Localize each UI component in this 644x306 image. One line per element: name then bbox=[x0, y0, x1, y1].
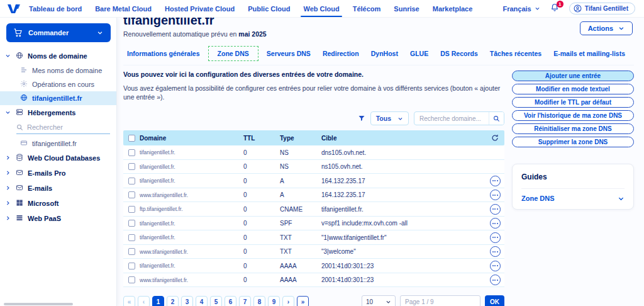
table-row: www.tifanigentillet.fr. 0 AAAA 2001:41d0… bbox=[123, 273, 504, 288]
cell-ttl: 0 bbox=[243, 191, 280, 198]
page-number-button[interactable]: 2 bbox=[167, 296, 179, 306]
row-actions-menu-button[interactable] bbox=[490, 261, 501, 271]
user-account-button[interactable]: Tifani Gentillet bbox=[569, 3, 635, 14]
zone-action-button[interactable]: Ajouter une entrée bbox=[512, 71, 634, 81]
ok-button[interactable]: OK bbox=[485, 295, 504, 306]
sidebar-section[interactable]: E-mails bbox=[0, 181, 116, 196]
actions-button-label: Actions bbox=[588, 25, 613, 32]
sidebar-search-input[interactable] bbox=[27, 123, 96, 131]
zone-action-button[interactable]: Réinitialiser ma zone DNS bbox=[512, 123, 634, 134]
next-page-button[interactable]: › bbox=[282, 296, 294, 306]
chevron-right-icon bbox=[5, 170, 11, 176]
row-actions-menu-button[interactable] bbox=[490, 176, 501, 186]
tab-informations-g-n-rales[interactable]: Informations générales bbox=[123, 47, 204, 60]
row-checkbox[interactable] bbox=[128, 276, 135, 283]
page-number-button[interactable]: 4 bbox=[196, 296, 208, 306]
zone-action-button[interactable]: Modifier en mode textuel bbox=[512, 84, 634, 94]
sidebar-section[interactable]: Microsoft bbox=[0, 196, 116, 211]
page-number-button[interactable]: 6 bbox=[225, 296, 236, 306]
actions-button[interactable]: Actions bbox=[580, 21, 633, 35]
sidebar-item[interactable]: tifanigentillet.fr bbox=[0, 137, 116, 150]
cell-ttl: 0 bbox=[243, 234, 280, 241]
row-actions-menu-button[interactable] bbox=[490, 275, 501, 285]
row-checkbox[interactable] bbox=[128, 263, 135, 269]
top-nav-item[interactable]: Marketplace bbox=[433, 0, 473, 17]
tab-ds-records[interactable]: DS Records bbox=[436, 47, 482, 60]
tab-zone-dns[interactable]: Zone DNS bbox=[208, 46, 258, 61]
page-size-select[interactable]: 10 bbox=[362, 295, 396, 306]
page-number-button[interactable]: 7 bbox=[239, 296, 251, 306]
row-actions-menu-button[interactable] bbox=[490, 218, 501, 229]
row-checkbox[interactable] bbox=[128, 178, 135, 184]
zone-action-button[interactable]: Modifier le TTL par défaut bbox=[512, 97, 634, 108]
sidebar-section[interactable]: Hébergements bbox=[0, 105, 116, 120]
order-button[interactable]: Commander bbox=[6, 23, 111, 42]
tab-t-ches-r-centes[interactable]: Tâches récentes bbox=[486, 47, 545, 60]
domain-search-button[interactable] bbox=[489, 112, 504, 125]
top-nav-item[interactable]: Tableau de bord bbox=[29, 0, 82, 17]
row-checkbox[interactable] bbox=[128, 248, 135, 255]
domain-search-input[interactable] bbox=[414, 115, 489, 122]
tab-redirection[interactable]: Redirection bbox=[319, 47, 363, 60]
row-checkbox[interactable] bbox=[128, 234, 135, 241]
record-type-filter[interactable]: Tous bbox=[370, 111, 409, 125]
page-number-button[interactable]: 1 bbox=[152, 296, 164, 306]
guides-card: Guides Zone DNS bbox=[512, 164, 634, 210]
chevron-down-icon bbox=[5, 110, 11, 115]
previous-page-button[interactable]: ‹ bbox=[138, 296, 150, 306]
tab-dynhost[interactable]: DynHost bbox=[367, 47, 402, 60]
notifications-button[interactable]: 1 bbox=[550, 3, 559, 14]
page-number-button[interactable]: 8 bbox=[253, 296, 265, 306]
zone-action-button[interactable]: Voir l'historique de ma zone DNS bbox=[512, 110, 634, 121]
sidebar-item[interactable]: Opérations en cours bbox=[0, 77, 116, 91]
language-selector[interactable]: Français bbox=[502, 5, 540, 13]
zone-action-button[interactable]: Supprimer la zone DNS bbox=[512, 137, 634, 147]
row-actions-menu-button[interactable] bbox=[490, 232, 501, 243]
page-number-button[interactable]: 5 bbox=[210, 296, 222, 306]
page-number-button[interactable]: 3 bbox=[181, 296, 193, 306]
refresh-button[interactable] bbox=[486, 134, 504, 142]
horizontal-scrollbar[interactable] bbox=[4, 303, 73, 305]
sidebar-section[interactable]: Web PaaS bbox=[0, 211, 116, 226]
page-number-input[interactable]: Page 1 / 9 bbox=[400, 295, 480, 306]
row-checkbox[interactable] bbox=[128, 191, 135, 198]
row-checkbox[interactable] bbox=[128, 206, 135, 213]
sidebar-section[interactable]: Web Cloud Databases bbox=[0, 150, 116, 166]
column-header-ttl: TTL bbox=[243, 135, 280, 142]
row-checkbox[interactable] bbox=[128, 163, 135, 170]
table-row: www.tifanigentillet.fr. 0 A 164.132.235.… bbox=[123, 188, 504, 203]
first-page-button[interactable]: « bbox=[123, 296, 135, 306]
chevron-right-icon bbox=[5, 200, 11, 206]
tab-e-mails-et-mailing-lists[interactable]: E-mails et mailing-lists bbox=[550, 47, 629, 60]
chevron-right-icon bbox=[5, 215, 11, 221]
filter-row: Tous bbox=[123, 111, 504, 125]
page-number-button[interactable]: 9 bbox=[268, 296, 280, 306]
cell-target: 2001:41d0:301::23 bbox=[321, 263, 486, 269]
row-checkbox[interactable] bbox=[128, 149, 135, 156]
sidebar-item[interactable]: Mes noms de domaine bbox=[0, 64, 116, 77]
row-checkbox[interactable] bbox=[128, 220, 135, 227]
sidebar-section-label: E-mails Pro bbox=[28, 169, 66, 177]
top-nav-item[interactable]: Web Cloud bbox=[303, 0, 339, 17]
top-nav-item[interactable]: Public Cloud bbox=[248, 0, 290, 17]
guides-zone-dns-link[interactable]: Zone DNS bbox=[521, 195, 625, 202]
sidebar-section-label: E-mails bbox=[28, 184, 52, 192]
select-all-checkbox[interactable] bbox=[128, 135, 135, 142]
cell-ttl: 0 bbox=[243, 178, 280, 184]
row-actions-menu-button[interactable] bbox=[490, 246, 501, 257]
top-nav-item[interactable]: Bare Metal Cloud bbox=[95, 0, 152, 17]
top-nav-item[interactable]: Télécom bbox=[353, 0, 381, 17]
table-row: tifanigentillet.fr. 0 NS ns105.ovh.net. bbox=[123, 160, 504, 174]
top-nav-item[interactable]: Hosted Private Cloud bbox=[165, 0, 235, 17]
sidebar-section-label: Web PaaS bbox=[28, 215, 61, 222]
tab-glue[interactable]: GLUE bbox=[406, 47, 432, 60]
sidebar-section[interactable]: Noms de domaine bbox=[0, 48, 116, 64]
sidebar-section[interactable]: E-mails Pro bbox=[0, 166, 116, 181]
row-actions-menu-button[interactable] bbox=[490, 204, 501, 215]
top-nav-item[interactable]: Sunrise bbox=[394, 0, 419, 17]
sidebar-item[interactable]: tifanigentillet.fr bbox=[0, 91, 116, 105]
table-row: ftp.tifanigentillet.fr. 0 CNAME tifanige… bbox=[123, 202, 504, 217]
last-page-button[interactable]: » bbox=[297, 296, 309, 306]
row-actions-menu-button[interactable] bbox=[490, 190, 501, 200]
tab-serveurs-dns[interactable]: Serveurs DNS bbox=[263, 47, 314, 60]
